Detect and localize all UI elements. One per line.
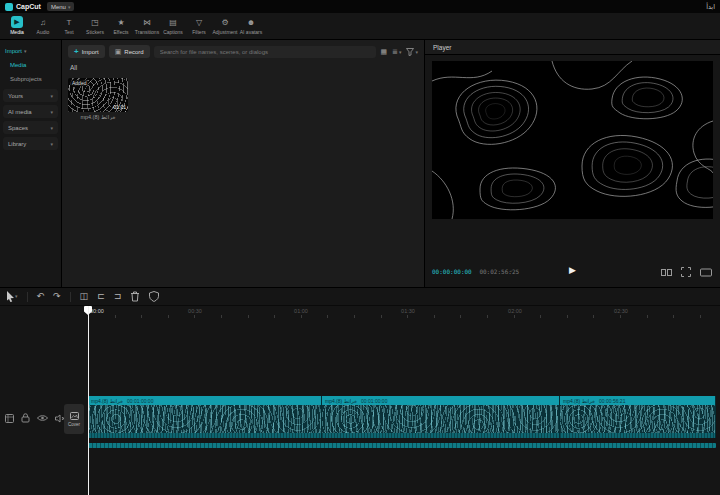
fullscreen-icon[interactable]	[681, 267, 691, 277]
media-item[interactable]: Added 01:01 خرائط (8).mp4	[68, 78, 128, 120]
tab-transitions[interactable]: ⋈ Transitions	[134, 16, 160, 35]
player-controls: 00:00:00:00 00:02:56:25 ▫ ▫ ▶	[425, 264, 720, 282]
ruler-label: 02:30	[614, 308, 628, 314]
captions-icon: ▤	[167, 16, 179, 28]
sort-icon[interactable]: ≣ ▾	[392, 48, 401, 56]
record-button[interactable]: ▣ Record	[109, 45, 150, 58]
audio-track-bar[interactable]	[88, 443, 716, 448]
total-time: 00:02:56:25	[479, 268, 519, 275]
ruler-label: 01:30	[401, 308, 415, 314]
timeline-clip[interactable]: خرائط (8).mp4 00:00:56:21	[560, 396, 716, 438]
play-button[interactable]: ▶	[569, 266, 576, 275]
clip-filmstrip	[560, 405, 715, 433]
tab-adjustment[interactable]: ⚙ Adjustment	[212, 16, 238, 35]
capcut-app: CapCut Menu ▾ ابدأ ▶ Media ♫ Audio T Tex…	[0, 0, 720, 495]
transitions-icon: ⋈	[141, 16, 153, 28]
preview-compare-icons[interactable]: ▫ ▫	[505, 268, 513, 274]
sidebar-item-library[interactable]: Library ▾	[3, 137, 58, 150]
trim-right-icon[interactable]: ⊐	[114, 292, 122, 301]
timeline-body: 00:00 00:30 01:00 01:30 02:00 02:30	[0, 306, 720, 495]
clip-duration: 00:01:00:00	[127, 398, 153, 404]
timeline-toolbar: ▾ ↶ ↷ ◫ ⊏ ⊐	[0, 288, 720, 306]
adjustment-icon: ⚙	[219, 16, 231, 28]
view-options: ▦ ≣ ▾ ▾	[380, 48, 418, 56]
media-panel: + Import ▣ Record ▦ ≣ ▾ ▾ All	[62, 40, 425, 287]
tab-captions[interactable]: ▤ Captions	[160, 16, 186, 35]
tab-effects[interactable]: ★ Effects	[108, 16, 134, 35]
hide-track-icon[interactable]	[37, 414, 48, 422]
clip-name: خرائط (8).mp4	[325, 398, 357, 404]
added-badge: Added	[70, 80, 88, 86]
audio-icon: ♫	[37, 16, 49, 28]
grid-view-icon[interactable]: ▦	[380, 48, 387, 56]
clip-audio-strip	[88, 433, 321, 438]
sidebar-item-import[interactable]: Import ▾	[0, 44, 61, 58]
media-icon: ▶	[11, 16, 23, 28]
tab-stickers[interactable]: ◳ Stickers	[82, 16, 108, 35]
mirror-icon[interactable]	[661, 268, 672, 277]
redo-icon[interactable]: ↷	[53, 292, 61, 301]
chevron-down-icon: ▾	[50, 93, 53, 99]
topbar-right-text[interactable]: ابدأ	[706, 3, 715, 11]
import-button[interactable]: + Import	[68, 45, 105, 58]
trim-left-icon[interactable]: ⊏	[97, 292, 105, 301]
toolbar-divider	[27, 292, 28, 302]
sidebar-item-spaces[interactable]: Spaces ▾	[3, 121, 58, 134]
player-title: Player	[433, 44, 451, 51]
sidebar-item-media[interactable]: Media	[0, 58, 61, 72]
filter-icon[interactable]: ▾	[406, 48, 418, 56]
player-panel: Player	[425, 40, 720, 287]
timeline-clip[interactable]: خرائط (8).mp4 00:01:00:00	[322, 396, 560, 438]
clip-name: خرائط (8).mp4	[91, 398, 123, 404]
clip-duration: 00:00:56:21	[599, 398, 625, 404]
top-bar: CapCut Menu ▾ ابدأ	[0, 0, 720, 13]
chevron-down-icon: ▾	[50, 141, 53, 147]
media-thumbnail[interactable]: Added 01:01	[68, 78, 128, 112]
duration-label: 01:01	[113, 104, 126, 110]
tab-filters[interactable]: ▽ Filters	[186, 16, 212, 35]
player-right-controls	[661, 267, 712, 277]
tab-ai-avatars[interactable]: ☻ AI avatars	[238, 16, 264, 35]
chevron-down-icon: ▾	[399, 49, 402, 55]
undo-icon[interactable]: ↶	[37, 292, 45, 301]
tab-media[interactable]: ▶ Media	[4, 16, 30, 35]
record-icon: ▣	[115, 48, 122, 56]
split-icon[interactable]: ◫	[80, 292, 89, 301]
sidebar-item-subprojects[interactable]: Subprojects	[0, 72, 61, 86]
lock-icon[interactable]	[21, 413, 30, 423]
ratio-icon[interactable]	[700, 268, 712, 277]
track-frame-icon[interactable]	[5, 414, 14, 423]
player-header: Player	[425, 40, 720, 55]
media-filename: خرائط (8).mp4	[68, 114, 128, 120]
chevron-down-icon: ▾	[68, 4, 71, 10]
select-tool-icon[interactable]: ▾	[6, 291, 18, 302]
plus-icon: +	[74, 47, 79, 56]
chevron-down-icon: ▾	[415, 49, 418, 55]
ruler-label: 00:00	[90, 308, 104, 314]
text-icon: T	[63, 16, 75, 28]
sidebar-item-ai-media[interactable]: AI media ▾	[3, 105, 58, 118]
search-input[interactable]	[154, 46, 377, 58]
ruler-label: 02:00	[508, 308, 522, 314]
ruler-label: 00:30	[188, 308, 202, 314]
filters-icon: ▽	[193, 16, 205, 28]
tab-text[interactable]: T Text	[56, 16, 82, 35]
timeline-ruler[interactable]: 00:00 00:30 01:00 01:30 02:00 02:30	[88, 306, 720, 318]
timeline-clip[interactable]: خرائط (8).mp4 00:01:00:00	[88, 396, 322, 438]
sticker-icon: ◳	[89, 16, 101, 28]
section-label-all[interactable]: All	[70, 64, 77, 71]
clip-audio-strip	[560, 433, 715, 438]
sidebar-item-yours[interactable]: Yours ▾	[3, 89, 58, 102]
menu-button[interactable]: Menu ▾	[47, 2, 75, 11]
tab-audio[interactable]: ♫ Audio	[30, 16, 56, 35]
mask-icon[interactable]	[149, 291, 159, 302]
clip-duration: 00:01:00:00	[361, 398, 387, 404]
media-sidebar: Import ▾ Media Subprojects Yours ▾ AI me…	[0, 40, 62, 287]
delete-icon[interactable]	[130, 291, 140, 302]
cover-button[interactable]: Cover	[64, 404, 84, 434]
topographic-contours	[432, 61, 713, 219]
ribbon-tabs: ▶ Media ♫ Audio T Text ◳ Stickers ★ Effe…	[0, 13, 720, 40]
ruler-label: 01:00	[294, 308, 308, 314]
capcut-logo-icon	[5, 3, 13, 11]
timeline-section: ▾ ↶ ↷ ◫ ⊏ ⊐ 00:00 00:30 01:00 01:30 02	[0, 287, 720, 495]
